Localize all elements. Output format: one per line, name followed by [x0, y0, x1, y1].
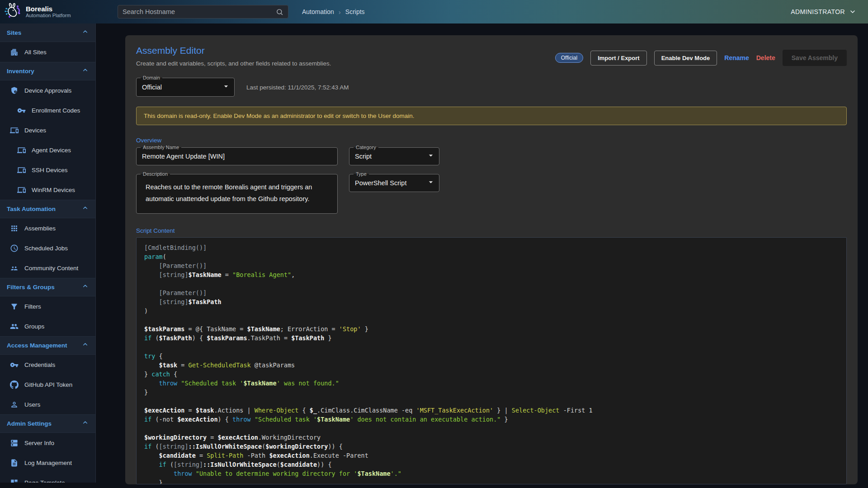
sidebar-item-assemblies[interactable]: Assemblies	[0, 218, 95, 238]
sidebar-item-label: Device Approvals	[24, 87, 71, 94]
sidebar-section-sites[interactable]: Sites	[0, 23, 95, 42]
type-select[interactable]: Type PowerShell Script	[349, 174, 439, 192]
code-line: )	[144, 306, 839, 315]
sidebar-item-github-api-token[interactable]: GitHub API Token	[0, 375, 95, 394]
code-line: $task = Get-ScheduledTask @taskParams	[144, 361, 839, 370]
sidebar-item-groups[interactable]: Groups	[0, 316, 95, 336]
sidebar-item-enrollment-codes[interactable]: Enrollment Codes	[0, 100, 95, 120]
description-field[interactable]: Description Reaches out to the remote Bo…	[136, 174, 338, 214]
breadcrumb-automation[interactable]: Automation	[302, 8, 334, 15]
chevron-up-icon	[82, 283, 89, 291]
sidebar-item-credentials[interactable]: Credentials	[0, 355, 95, 375]
code-line: throw "Unable to determine working direc…	[144, 469, 839, 478]
dropdown-caret-icon	[222, 82, 231, 93]
type-label: Type	[354, 171, 369, 177]
sidebar-section-filters-groups[interactable]: Filters & Groups	[0, 278, 95, 296]
sidebar-item-label: Enrollment Codes	[32, 107, 80, 114]
funnel-icon	[9, 302, 19, 311]
domain-select-label: Domain	[141, 75, 162, 81]
enable-dev-mode-button[interactable]: Enable Dev Mode	[654, 51, 717, 66]
code-line: try {	[144, 352, 839, 361]
code-line: param(	[144, 252, 839, 261]
search-input[interactable]	[123, 8, 276, 15]
sidebar: SitesAll SitesInventoryDevice ApprovalsE…	[0, 23, 96, 483]
chevron-up-icon	[82, 419, 89, 428]
chevron-up-icon	[82, 205, 89, 213]
hostname-search-box[interactable]	[118, 5, 288, 19]
group-icon	[9, 322, 19, 331]
code-line: $candidate = Split-Path -Path $execActio…	[144, 451, 839, 460]
sidebar-item-ssh-devices[interactable]: SSH Devices	[0, 160, 95, 180]
warning-text: This domain is read-only. Enable Dev Mod…	[144, 113, 415, 119]
code-line: throw "Scheduled task '$TaskName' was no…	[144, 379, 839, 388]
code-line: } catch {	[144, 370, 839, 379]
code-line: }	[144, 388, 839, 397]
chevron-up-icon	[82, 28, 89, 37]
sidebar-item-server-info[interactable]: Server Info	[0, 433, 95, 453]
sidebar-item-label: Devices	[24, 127, 46, 134]
code-line: $taskParams = @{ TaskName = $TaskName; E…	[144, 324, 839, 333]
sidebar-section-access-management[interactable]: Access Management	[0, 336, 95, 355]
code-line	[144, 343, 839, 352]
sidebar-section-inventory[interactable]: Inventory	[0, 62, 95, 80]
github-icon	[9, 380, 19, 389]
sidebar-item-label: Page Template	[24, 479, 65, 483]
shield-icon	[9, 86, 19, 95]
panel-header: Assembly Editor Create and edit variable…	[136, 45, 847, 67]
assembly-name-label: Assembly Name	[141, 144, 181, 150]
code-line: if (-not $execAction) { throw "Scheduled…	[144, 415, 839, 424]
code-line: }	[144, 478, 839, 484]
chevron-up-icon	[82, 67, 89, 75]
sidebar-section-label: Filters & Groups	[7, 284, 55, 291]
delete-button[interactable]: Delete	[756, 54, 775, 61]
assembly-editor-panel: Assembly Editor Create and edit variable…	[125, 35, 858, 484]
breadcrumb: Automation › Scripts	[302, 8, 365, 16]
code-line: if ([string]::IsNullOrWhiteSpace($workin…	[144, 442, 839, 451]
sidebar-item-winrm-devices[interactable]: WinRM Devices	[0, 180, 95, 200]
people-icon	[9, 263, 19, 272]
sidebar-item-community-content[interactable]: Community Content	[0, 258, 95, 278]
assembly-name-field[interactable]: Assembly Name	[136, 147, 338, 165]
code-line	[144, 315, 839, 324]
rename-button[interactable]: Rename	[724, 54, 749, 61]
code-line	[144, 397, 839, 406]
code-line: if ([string]::IsNullOrWhiteSpace($candid…	[144, 460, 839, 469]
sidebar-section-admin-settings[interactable]: Admin Settings	[0, 414, 95, 433]
domain-chip[interactable]: Official	[555, 53, 583, 63]
sidebar-item-label: WinRM Devices	[32, 187, 75, 193]
description-text[interactable]: Reaches out to the remote Borealis agent…	[137, 174, 337, 211]
description-label: Description	[141, 171, 170, 177]
sidebar-item-filters[interactable]: Filters	[0, 296, 95, 316]
server-icon	[9, 438, 19, 447]
save-assembly-button[interactable]: Save Assembly	[783, 50, 847, 66]
building-icon	[9, 47, 19, 56]
code-line: $execAction = $task.Actions | Where-Obje…	[144, 406, 839, 415]
sidebar-item-label: Scheduled Jobs	[24, 245, 68, 252]
last-persisted-text: Last persisted: 11/1/2025, 7:52:43 AM	[246, 84, 349, 91]
sidebar-item-log-management[interactable]: Log Management	[0, 453, 95, 473]
search-icon	[276, 8, 283, 16]
breadcrumb-scripts[interactable]: Scripts	[345, 8, 365, 15]
sidebar-item-label: Credentials	[24, 361, 55, 368]
sidebar-item-label: GitHub API Token	[24, 381, 72, 388]
sidebar-item-devices[interactable]: Devices	[0, 120, 95, 140]
read-only-warning-banner: This domain is read-only. Enable Dev Mod…	[136, 107, 847, 125]
domain-row: Domain Official Last persisted: 11/1/202…	[136, 78, 847, 97]
brand-logo-area[interactable]: Borealis Automation Platform	[0, 2, 96, 22]
sidebar-item-label: SSH Devices	[32, 167, 68, 174]
sidebar-item-users[interactable]: Users	[0, 394, 95, 414]
person-icon	[9, 400, 19, 409]
category-select[interactable]: Category Script	[349, 147, 439, 165]
sidebar-item-device-approvals[interactable]: Device Approvals	[0, 80, 95, 100]
sidebar-item-page-template[interactable]: Page Template	[0, 473, 95, 483]
sidebar-section-task-automation[interactable]: Task Automation	[0, 200, 95, 218]
sidebar-item-scheduled-jobs[interactable]: Scheduled Jobs	[0, 238, 95, 258]
script-code-editor[interactable]: [CmdletBinding()]param( [Parameter()] [s…	[136, 237, 847, 484]
brand-tagline: Automation Platform	[26, 13, 71, 19]
domain-select[interactable]: Domain Official	[136, 78, 235, 97]
import-export-button[interactable]: Import / Export	[590, 51, 646, 66]
sidebar-item-label: Community Content	[24, 265, 78, 272]
sidebar-item-agent-devices[interactable]: Agent Devices	[0, 140, 95, 160]
sidebar-item-all-sites[interactable]: All Sites	[0, 42, 95, 62]
user-menu[interactable]: ADMINISTRATOR	[791, 8, 856, 15]
